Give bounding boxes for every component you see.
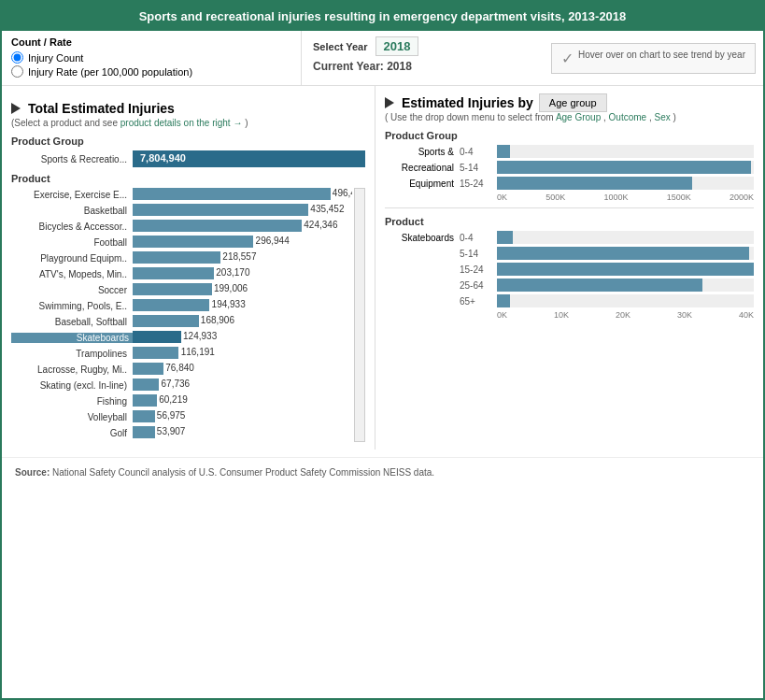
product-bar <box>133 204 308 216</box>
list-item[interactable]: Skateboards124,933 <box>11 331 352 344</box>
injury-count-radio[interactable]: Injury Count <box>11 51 291 64</box>
product-bar <box>133 426 155 438</box>
list-item[interactable]: Football296,944 <box>11 236 352 249</box>
product-name: Baseball, Softball <box>11 317 133 327</box>
product-value: 194,933 <box>212 299 246 309</box>
age-group-dropdown[interactable]: Age group <box>539 93 607 112</box>
product-value: 203,170 <box>216 267 249 278</box>
pg-bar-row: Equipment15-24 <box>385 177 754 190</box>
product-value: 296,944 <box>256 236 290 246</box>
prod-bar-row: Skateboards0-4 <box>385 231 754 244</box>
hover-tip-text: Hover over on chart to see trend by year <box>578 50 745 60</box>
total-injuries-title: Total Estimated Injuries <box>11 101 365 116</box>
product-bar-container: 424,346 <box>133 220 352 233</box>
year-selector: Select Year 2018 Current Year: 2018 <box>301 31 544 85</box>
list-item[interactable]: Bicycles & Accessor..424,346 <box>11 220 352 233</box>
product-bar <box>133 236 253 248</box>
list-item[interactable]: Skating (excl. In-line)67,736 <box>11 379 352 392</box>
right-subtitle: ( Use the drop down menu to select from … <box>385 112 754 122</box>
list-item[interactable]: ATV's, Mopeds, Min..203,170 <box>11 267 352 280</box>
list-item[interactable]: Baseball, Softball168,906 <box>11 315 352 328</box>
pg-chart-title: Product Group <box>385 130 754 141</box>
current-year-display: Current Year: 2018 <box>313 60 532 73</box>
hover-tip-box: ✓ Hover over on chart to see trend by ye… <box>551 43 756 74</box>
sex-link[interactable]: Sex <box>655 112 671 122</box>
list-item[interactable]: Trampolines116,191 <box>11 347 352 360</box>
product-value: 76,840 <box>165 363 194 373</box>
product-bar <box>133 315 199 327</box>
prod-bar-row: 25-64 <box>385 279 754 292</box>
list-item[interactable]: Lacrosse, Rugby, Mi..76,840 <box>11 363 352 376</box>
prod-chart-bars: Skateboards0-45-1415-2425-6465+ <box>385 231 754 307</box>
product-bar <box>133 331 181 343</box>
product-name: Skating (excl. In-line) <box>11 380 133 391</box>
age-group-link[interactable]: Age Group <box>556 112 601 122</box>
prod-bar <box>497 247 749 260</box>
product-bar-container: 124,933 <box>133 331 352 344</box>
product-bar-container: 53,907 <box>133 426 352 439</box>
product-name: Exercise, Exercise E... <box>11 190 133 200</box>
product-bar <box>133 347 178 359</box>
pg-bar-row: Sports &0-4 <box>385 145 754 158</box>
product-bar-container: 199,006 <box>133 283 352 296</box>
count-rate-panel: Count / Rate Injury Count Injury Rate (p… <box>2 31 301 85</box>
product-details-link[interactable]: product details on the right → <box>120 118 243 128</box>
product-bar-container: 60,219 <box>133 394 352 407</box>
product-group-row: Sports & Recreatio... 7,804,940 <box>11 150 365 167</box>
product-bar <box>133 363 163 375</box>
product-name: Fishing <box>11 396 133 407</box>
year-value[interactable]: 2018 <box>375 36 419 56</box>
pg-bar-container <box>497 161 754 174</box>
list-item[interactable]: Exercise, Exercise E...496,456 <box>11 188 352 201</box>
page-header: Sports and recreational injuries resulti… <box>2 2 763 31</box>
pg-axis-ticks: 0K 500K 1000K 1500K 2000K <box>385 193 754 202</box>
list-item[interactable]: Volleyball56,975 <box>11 410 352 423</box>
pg-chart-bars: Sports &0-4Recreational5-14Equipment15-2… <box>385 145 754 190</box>
scrollbar[interactable] <box>354 188 365 442</box>
pg-age-label: 0-4 <box>460 147 497 157</box>
product-group-label: Product Group <box>11 136 365 147</box>
estimated-injuries-title: Estimated Injuries by <box>385 95 533 110</box>
list-item[interactable]: Golf53,907 <box>11 426 352 439</box>
prod-bar-container <box>497 263 754 276</box>
product-bar-container: 67,736 <box>133 379 352 392</box>
prod-bar-container <box>497 231 754 244</box>
list-item[interactable]: Swimming, Pools, E..194,933 <box>11 299 352 312</box>
header-title: Sports and recreational injuries resulti… <box>139 9 627 23</box>
product-name: Golf <box>11 428 133 438</box>
play-icon <box>11 103 21 114</box>
product-group-name: Sports & Recreatio... <box>11 154 133 164</box>
injury-rate-radio[interactable]: Injury Rate (per 100,000 population) <box>11 65 291 78</box>
pg-bar-row: Recreational5-14 <box>385 161 754 174</box>
product-bar-container: 496,456 <box>133 188 352 201</box>
product-bar <box>133 251 220 264</box>
product-bar-container: 296,944 <box>133 236 352 249</box>
list-item[interactable]: Playground Equipm..218,557 <box>11 251 352 264</box>
product-chart: Product Skateboards0-45-1415-2425-6465+ … <box>385 216 754 320</box>
product-group-chart: Product Group Sports &0-4Recreational5-1… <box>385 130 754 202</box>
product-list[interactable]: Exercise, Exercise E...496,456Basketball… <box>11 188 352 442</box>
prod-bar <box>497 263 754 276</box>
product-bar <box>133 299 209 311</box>
source-text: National Safety Council analysis of U.S.… <box>52 467 434 478</box>
count-rate-title: Count / Rate <box>11 36 291 48</box>
list-item[interactable]: Basketball435,452 <box>11 204 352 217</box>
product-name: Football <box>11 237 133 248</box>
list-item[interactable]: Soccer199,006 <box>11 283 352 296</box>
prod-age-label: 25-64 <box>460 280 497 291</box>
pg-group-label: Sports & <box>385 147 460 157</box>
current-year-value: 2018 <box>387 60 412 73</box>
product-value: 67,736 <box>162 379 191 389</box>
product-name: Bicycles & Accessor.. <box>11 221 133 232</box>
product-bar-container: 56,975 <box>133 410 352 423</box>
prod-bar-container <box>497 247 754 260</box>
product-label: Product <box>11 173 365 184</box>
left-subtitle: (Select a product and see product detail… <box>11 118 365 128</box>
product-value: 218,557 <box>222 251 256 262</box>
product-bar-container: 116,191 <box>133 347 352 360</box>
prod-age-label: 15-24 <box>460 264 497 275</box>
outcome-link[interactable]: Outcome <box>609 112 647 122</box>
list-item[interactable]: Fishing60,219 <box>11 394 352 407</box>
prod-chart-title: Product <box>385 216 754 227</box>
prod-bar-container <box>497 294 754 307</box>
